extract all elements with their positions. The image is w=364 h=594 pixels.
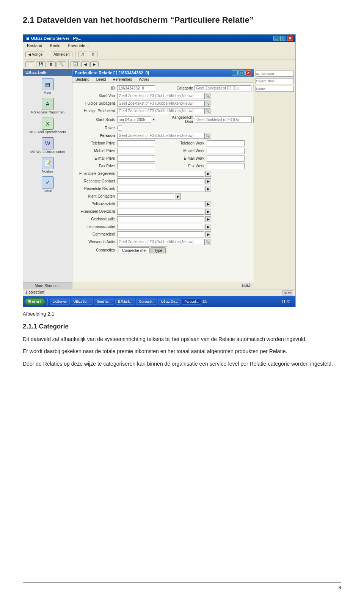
financiele-gegevens-field[interactable]	[117, 171, 204, 177]
form-row-huidige-producent: Huidige Producent 🔍	[75, 108, 251, 114]
gezinssituatie-btn[interactable]: ▶	[205, 216, 211, 222]
inkomenssituatie-btn[interactable]: ▶	[205, 224, 211, 230]
tab-connectie-met[interactable]: Connectie met	[119, 247, 150, 253]
huidige-subagent-search-btn[interactable]: 🔍	[204, 101, 210, 107]
maximize-button[interactable]: □	[280, 36, 286, 41]
inner-win-buttons[interactable]: _ □ ✕	[232, 70, 251, 75]
inner-minimize-button[interactable]: _	[232, 70, 238, 75]
polisoverzicht-field[interactable]	[117, 201, 204, 207]
right-field-same[interactable]	[256, 86, 294, 92]
tel-werk-label: Telefoon Werk	[165, 141, 207, 145]
categorie-search-btn[interactable]: 🔍	[253, 85, 254, 91]
right-field-object-staal[interactable]	[256, 78, 294, 84]
taskbar-item-licserver[interactable]: LicServer	[50, 299, 70, 305]
sidebar-item-excel[interactable]: X MS Excel Spreadsheets	[25, 118, 71, 134]
outer-win-buttons[interactable]: _ □ ✕	[273, 36, 293, 41]
right-panel	[254, 69, 295, 289]
taskbar: ⊞ start LicServer UBizzSer... Sent Ite..…	[23, 296, 295, 307]
afmelden-button[interactable]: Afmelden	[51, 52, 72, 57]
new-button[interactable]: 📄	[25, 61, 35, 67]
huidige-producent-field[interactable]	[117, 108, 204, 114]
taskbar-item-cursus[interactable]: Cursusb...	[136, 299, 157, 305]
klant-contacten-field[interactable]	[117, 193, 174, 200]
sidebar-item-taken[interactable]: ✓ Taken	[25, 176, 71, 193]
polisoverzicht-btn[interactable]: ▶	[205, 201, 211, 207]
right-field-achternaam[interactable]	[256, 71, 294, 77]
inner-menu-bestand[interactable]: Bestand	[74, 77, 91, 82]
tab-type[interactable]: Type	[151, 247, 166, 253]
wervende-actie-search-btn[interactable]: 🔍	[204, 239, 210, 245]
print-button[interactable]: 🖨	[78, 52, 87, 57]
klant-contacten-btn[interactable]: ▶	[175, 193, 181, 200]
sidebar-label-excel: MS Excel Spreadsheets	[29, 130, 66, 134]
email-prive-field[interactable]	[117, 156, 155, 162]
taskbar-item-ubizzser[interactable]: UBizzSer...	[71, 299, 93, 305]
tel-werk-field[interactable]	[207, 140, 245, 146]
klant-van-search-btn[interactable]: 🔍	[204, 93, 210, 99]
klant-van-field[interactable]	[117, 93, 204, 99]
persoon-search-btn[interactable]: 🔍	[204, 133, 210, 139]
klant-sinds-field[interactable]	[117, 116, 151, 123]
financiele-gegevens-btn[interactable]: ▶	[205, 171, 211, 177]
taskbar-item-ubizzde[interactable]: UBizz De...	[158, 299, 180, 305]
menu-favoriete[interactable]: Favoriete...	[67, 43, 91, 48]
email-werk-field[interactable]	[207, 156, 245, 162]
wervende-actie-field[interactable]	[117, 239, 204, 245]
menu-bestand[interactable]: Bestand	[25, 43, 44, 48]
gezinssituatie-field[interactable]	[117, 216, 204, 222]
sidebar-item-meer[interactable]: ▤ Meer	[25, 78, 71, 95]
close-button[interactable]: ✕	[287, 36, 293, 41]
refresh-button[interactable]: 🔄	[71, 61, 80, 67]
inner-menu-acties[interactable]: Acties	[137, 77, 151, 82]
categorie-field[interactable]	[195, 85, 251, 91]
menu-beeld[interactable]: Beeld	[48, 43, 62, 48]
toolbar-separator-2	[75, 50, 75, 58]
sidebar-item-notities[interactable]: 📝 Notities	[25, 157, 71, 174]
inner-close-button[interactable]: ✕	[245, 70, 251, 75]
back-button[interactable]: ◀	[81, 61, 89, 67]
sidebar-label-word: MS Word Documenten	[30, 150, 65, 154]
inner-menu-referenties[interactable]: Referenties	[111, 77, 133, 82]
minimize-button[interactable]: _	[273, 36, 279, 41]
mobiel-prive-field[interactable]	[117, 148, 155, 154]
persoon-field[interactable]	[117, 133, 204, 139]
financieel-overzicht-field[interactable]	[117, 209, 204, 215]
tel-prive-field[interactable]	[117, 140, 155, 146]
fax-prive-field[interactable]	[117, 163, 155, 169]
sidebar-item-access[interactable]: A MS Access Rapporten	[25, 98, 71, 115]
taskbar-item-sent[interactable]: Sent Ite...	[94, 299, 114, 305]
outer-menubar: Bestand Beeld Favoriete...	[23, 42, 295, 49]
recentste-bezoek-field[interactable]	[117, 186, 204, 192]
id-field[interactable]	[117, 85, 155, 91]
search-toolbar-button[interactable]: 🔍	[56, 61, 66, 67]
taskbar-item-bmark[interactable]: B:\Mark...	[115, 299, 135, 305]
huidige-subagent-field[interactable]	[117, 101, 204, 107]
aangebracht-door-search-btn[interactable]: 🔍	[253, 116, 254, 123]
roker-checkbox[interactable]	[117, 126, 122, 130]
inner-menu-beeld[interactable]: Beeld	[95, 77, 108, 82]
commercieel-btn[interactable]: ▶	[205, 231, 211, 237]
form-row-persoon: Persoon 🔍	[75, 132, 251, 139]
delete-button[interactable]: 🗑	[47, 61, 56, 67]
fax-werk-field[interactable]	[207, 163, 245, 169]
vorige-button[interactable]: ◀ Vorige	[25, 52, 45, 57]
commercieel-field[interactable]	[117, 231, 204, 237]
taskbar-item-particul[interactable]: Particul...	[182, 299, 201, 305]
sidebar-more-shortcuts[interactable]: More Shortcuts	[23, 282, 72, 289]
recentste-contact-field[interactable]	[117, 178, 204, 184]
form-row-tel-prive: Telefoon Prive	[75, 140, 161, 146]
huidige-producent-search-btn[interactable]: 🔍	[204, 108, 210, 114]
start-button[interactable]: ⊞ start	[25, 298, 45, 305]
recentste-bezoek-btn[interactable]: ▶	[205, 186, 211, 192]
inkomenssituatie-field[interactable]	[117, 224, 204, 230]
sidebar-item-word[interactable]: W MS Word Documenten	[25, 137, 71, 154]
financieel-overzicht-btn[interactable]: ▶	[205, 209, 211, 215]
mobiel-werk-field[interactable]	[207, 148, 245, 154]
forward-button[interactable]: ▶	[90, 61, 99, 67]
inner-maximize-button[interactable]: □	[238, 70, 245, 75]
settings-button[interactable]: ⚙	[89, 52, 97, 57]
recentste-contact-btn[interactable]: ▶	[205, 178, 211, 184]
aangebracht-door-field[interactable]	[195, 116, 252, 123]
klant-sinds-dropdown[interactable]: ▼	[152, 118, 155, 121]
save-button[interactable]: 💾	[36, 61, 46, 67]
